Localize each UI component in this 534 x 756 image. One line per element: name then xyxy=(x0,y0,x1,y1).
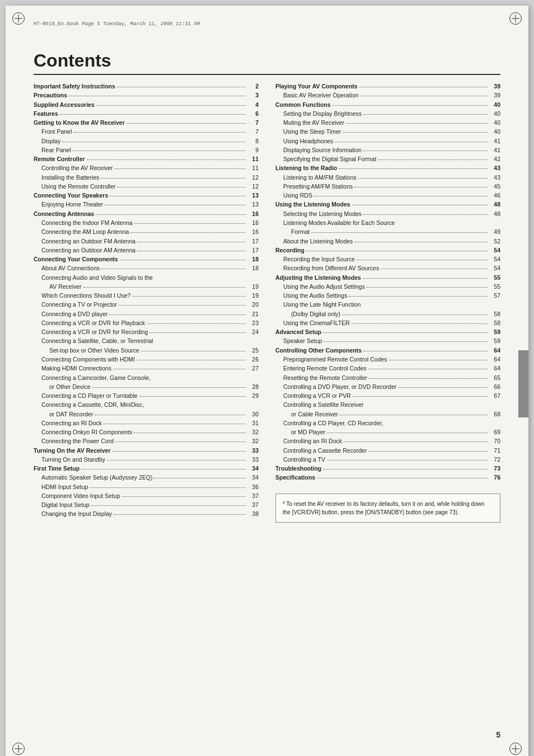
note-box: * To reset the AV receiver to its factor… xyxy=(275,494,500,523)
toc-entry: Supplied Accessories 4 xyxy=(34,100,259,109)
toc-sub-entry: Connecting the Indoor FM Antenna 16 xyxy=(34,218,259,227)
corner-mark-tl xyxy=(10,10,27,27)
side-tab xyxy=(518,350,528,417)
toc-entry: Connecting a Satellite, Cable, or Terres… xyxy=(34,336,259,345)
toc-columns: Important Safety Instructions 2Precautio… xyxy=(34,82,500,523)
toc-entry: Connecting Your Components 18 xyxy=(34,255,259,264)
toc-sub-entry: Connecting a DVD player 21 xyxy=(34,309,259,318)
toc-sub-entry: Connecting the Power Cord 32 xyxy=(34,436,259,445)
toc-subsub-entry: AV Receiver 19 xyxy=(34,282,259,291)
toc-entry: Recording 54 xyxy=(275,246,500,255)
page-title: Contents xyxy=(34,50,500,75)
toc-sub-entry: Connecting Onkyo RI Components 32 xyxy=(34,428,259,436)
toc-sub-entry: About the Listening Modes 52 xyxy=(275,237,500,246)
toc-entry: Using the Listening Modes 48 xyxy=(275,200,500,209)
toc-sub-entry: Using RDS 46 xyxy=(275,191,500,200)
toc-sub-entry: Controlling the AV Receiver 11 xyxy=(34,163,259,172)
toc-sub-entry: Recording from Different AV Sources 54 xyxy=(275,264,500,273)
toc-sub-entry: Making HDMI Connections 27 xyxy=(34,364,259,373)
page-number: 5 xyxy=(496,730,500,739)
toc-entry: Adjusting the Listening Modes 55 xyxy=(275,273,500,282)
corner-mark-tr xyxy=(507,10,524,27)
toc-entry: Listening Modes Available for Each Sourc… xyxy=(275,218,500,227)
corner-mark-br xyxy=(507,740,524,756)
toc-subsub-entry: or Other Device 28 xyxy=(34,382,259,391)
toc-subsub-entry: or DAT Recorder 30 xyxy=(34,410,259,419)
toc-sub-entry: Installing the Batteries 12 xyxy=(34,173,259,182)
toc-entry: Playing Your AV Components 39 xyxy=(275,82,500,91)
toc-sub-entry: Digital Input Setup 37 xyxy=(34,500,259,509)
toc-entry: Connecting a Camcorder, Game Console, xyxy=(34,373,259,382)
toc-sub-entry: About AV Connections 18 xyxy=(34,264,259,273)
toc-sub-entry: Setting the Display Brightness 40 xyxy=(275,109,500,118)
toc-sub-entry: Connecting an Outdoor FM Antenna 17 xyxy=(34,237,259,246)
toc-subsub-entry: or MD Player 69 xyxy=(275,428,500,436)
toc-sub-entry: Connecting an RI Dock 31 xyxy=(34,419,259,428)
note-text: To reset the AV receiver to its factory … xyxy=(283,501,484,515)
file-info: HT-R518_En.book Page 5 Tuesday, March 11… xyxy=(34,21,200,27)
toc-sub-entry: Using the Audio Settings 57 xyxy=(275,291,500,300)
toc-entry: Using the Late Night Function xyxy=(275,300,500,309)
toc-sub-entry: Connecting a CD Player or Turntable 29 xyxy=(34,391,259,400)
toc-sub-entry: Controlling a VCR or PVR 67 xyxy=(275,391,500,400)
toc-entry: Listening to the Radio 43 xyxy=(275,163,500,172)
toc-sub-entry: Recording the Input Source 54 xyxy=(275,255,500,264)
toc-sub-entry: Using the Sleep Timer 40 xyxy=(275,127,500,136)
toc-sub-entry: Connecting a VCR or DVR for Recording 24 xyxy=(34,327,259,336)
toc-subsub-entry: (Dolby Digital only) 58 xyxy=(275,309,500,318)
toc-entry: Turning On the AV Receiver 33 xyxy=(34,446,259,455)
toc-sub-entry: HDMI Input Setup 36 xyxy=(34,482,259,491)
toc-sub-entry: Turning On and Standby 33 xyxy=(34,455,259,464)
toc-left-column: Important Safety Instructions 2Precautio… xyxy=(34,82,259,523)
toc-entry: Important Safety Instructions 2 xyxy=(34,82,259,91)
toc-entry: Advanced Setup 59 xyxy=(275,327,500,336)
toc-sub-entry: Controlling an RI Dock 70 xyxy=(275,436,500,445)
toc-sub-entry: Muting the AV Receiver 40 xyxy=(275,118,500,127)
toc-sub-entry: Presetting AM/FM Stations 45 xyxy=(275,182,500,191)
toc-sub-entry: Connecting a VCR or DVR for Playback 23 xyxy=(34,318,259,327)
toc-sub-entry: Front Panel 7 xyxy=(34,127,259,136)
toc-entry: Connecting Audio and Video Signals to th… xyxy=(34,273,259,282)
toc-entry: First Time Setup 34 xyxy=(34,464,259,473)
toc-sub-entry: Using Headphones 41 xyxy=(275,137,500,145)
toc-sub-entry: Connecting Components with HDMI 26 xyxy=(34,355,259,364)
toc-sub-entry: Connecting a TV or Projector 20 xyxy=(34,300,259,309)
toc-sub-entry: Connecting an Outdoor AM Antenna 17 xyxy=(34,246,259,255)
toc-sub-entry: Which Connections Should I Use? 19 xyxy=(34,291,259,300)
toc-sub-entry: Display 8 xyxy=(34,137,259,145)
toc-entry: Remote Controller 11 xyxy=(34,154,259,163)
toc-right-column: Playing Your AV Components 39Basic AV Re… xyxy=(275,82,500,523)
toc-sub-entry: Using the Remote Controller 12 xyxy=(34,182,259,191)
toc-sub-entry: Component Video Input Setup 37 xyxy=(34,491,259,500)
toc-sub-entry: Selecting the Listening Modes 48 xyxy=(275,209,500,218)
toc-subsub-entry: Set-top box or Other Video Source 25 xyxy=(34,346,259,355)
toc-sub-entry: Speaker Setup 59 xyxy=(275,336,500,345)
toc-sub-entry: Enjoying Home Theater 13 xyxy=(34,200,259,209)
toc-entry: Connecting Antennas 16 xyxy=(34,209,259,218)
toc-entry: Troubleshooting 73 xyxy=(275,464,500,473)
toc-sub-entry: Automatic Speaker Setup (Audyssey 2EQ) 3… xyxy=(34,473,259,482)
toc-sub-entry: Preprogrammed Remote Control Codes 64 xyxy=(275,355,500,364)
toc-sub-entry: Displaying Source Information 41 xyxy=(275,145,500,154)
toc-entry: Specifications 76 xyxy=(275,473,500,482)
toc-sub-entry: Controlling a TV 72 xyxy=(275,455,500,464)
toc-sub-entry: Controlling a DVD Player, or DVD Recorde… xyxy=(275,382,500,391)
toc-sub-entry: Changing the Input Display 38 xyxy=(34,509,259,518)
toc-entry: Controlling Other Components 64 xyxy=(275,346,500,355)
toc-entry: Features 6 xyxy=(34,109,259,118)
toc-sub-entry: Controlling a Cassette Recorder 71 xyxy=(275,446,500,455)
toc-sub-entry: Using the CinemaFILTER 58 xyxy=(275,318,500,327)
toc-sub-entry: Basic AV Receiver Operation 39 xyxy=(275,91,500,100)
toc-entry: Precautions 3 xyxy=(34,91,259,100)
toc-entry: Controlling a Satellite Receiver xyxy=(275,400,500,409)
toc-sub-entry: Entering Remote Control Codes 64 xyxy=(275,364,500,373)
toc-sub-entry: Connecting the AM Loop Antenna 16 xyxy=(34,227,259,236)
toc-entry: Connecting Your Speakers 13 xyxy=(34,191,259,200)
toc-sub-entry: Rear Panel 9 xyxy=(34,145,259,154)
corner-mark-bl xyxy=(10,740,27,756)
toc-sub-entry: Specifying the Digital Signal Format 42 xyxy=(275,154,500,163)
toc-sub-entry: Resetting the Remote Controller 65 xyxy=(275,373,500,382)
toc-entry: Getting to Know the AV Receiver 7 xyxy=(34,118,259,127)
toc-entry: Controlling a CD Player, CD Recorder, xyxy=(275,419,500,428)
page: HT-R518_En.book Page 5 Tuesday, March 11… xyxy=(6,6,528,756)
